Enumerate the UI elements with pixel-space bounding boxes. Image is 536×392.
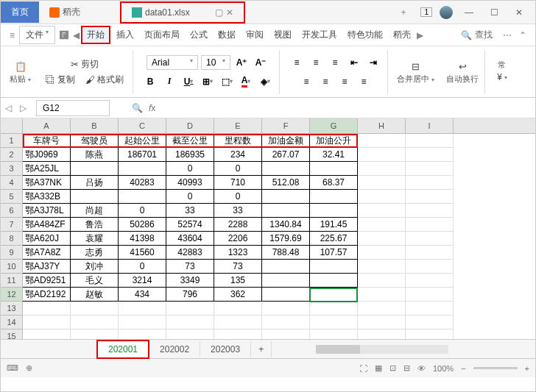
- cell[interactable]: 788.48: [262, 246, 310, 260]
- col-header[interactable]: I: [406, 118, 454, 133]
- cell[interactable]: 刘冲: [71, 260, 119, 274]
- cell[interactable]: 鄂AD9251: [23, 274, 71, 288]
- cell[interactable]: 796: [166, 288, 214, 302]
- cell[interactable]: 362: [214, 288, 262, 302]
- indent-left-button[interactable]: ⇤: [346, 54, 362, 71]
- cell[interactable]: [310, 162, 358, 176]
- cell[interactable]: 鄂AD2192: [23, 288, 71, 302]
- cell[interactable]: [310, 274, 358, 288]
- keyboard-icon[interactable]: ⌨: [7, 363, 18, 373]
- tab-docer[interactable]: 稻壳: [39, 1, 91, 23]
- cell[interactable]: [406, 329, 454, 339]
- cell[interactable]: 0: [166, 190, 214, 204]
- cell[interactable]: [358, 148, 406, 162]
- fullscreen-icon[interactable]: ⛶: [359, 364, 367, 373]
- col-header[interactable]: G: [310, 118, 358, 133]
- view-normal-icon[interactable]: ▦: [375, 363, 382, 373]
- row-header[interactable]: 3: [1, 162, 23, 176]
- cell[interactable]: 0: [214, 162, 262, 176]
- zoom-level[interactable]: 100%: [433, 364, 454, 373]
- cell[interactable]: [119, 329, 166, 339]
- menu-data[interactable]: 数据: [214, 26, 240, 44]
- cell[interactable]: [310, 288, 358, 302]
- cell[interactable]: [358, 162, 406, 176]
- cell[interactable]: [358, 190, 406, 204]
- menu-insert[interactable]: 插入: [112, 26, 138, 44]
- cell[interactable]: [166, 302, 214, 316]
- cell[interactable]: [358, 218, 406, 232]
- cell[interactable]: 鄂A620J: [23, 232, 71, 246]
- horizontal-scrollbar[interactable]: [316, 345, 448, 354]
- col-header[interactable]: F: [262, 118, 310, 133]
- cell[interactable]: [358, 176, 406, 190]
- cell[interactable]: 41560: [119, 246, 166, 260]
- row-header[interactable]: 4: [1, 176, 23, 190]
- cell[interactable]: 里程数: [214, 134, 262, 148]
- collapse-ribbon-icon[interactable]: ⌃: [516, 30, 529, 40]
- cell[interactable]: 32.41: [310, 148, 358, 162]
- cell[interactable]: 107.57: [310, 246, 358, 260]
- col-header[interactable]: C: [119, 118, 166, 133]
- cell[interactable]: [358, 260, 406, 274]
- name-box[interactable]: G12: [36, 100, 110, 116]
- format-painter-button[interactable]: 🖌格式刷: [82, 72, 127, 88]
- avatar[interactable]: [440, 6, 453, 19]
- cell[interactable]: [406, 218, 454, 232]
- sheet-tab-active[interactable]: 202001: [96, 340, 149, 359]
- cell[interactable]: [310, 190, 358, 204]
- zoom-in-button[interactable]: +: [525, 364, 529, 373]
- row-header[interactable]: 2: [1, 148, 23, 162]
- cell[interactable]: 3214: [119, 274, 166, 288]
- cell[interactable]: [262, 302, 310, 316]
- indent-right-button[interactable]: ⇥: [365, 54, 381, 71]
- row-header[interactable]: 7: [1, 218, 23, 232]
- cell[interactable]: 710: [214, 176, 262, 190]
- cell[interactable]: [119, 302, 166, 316]
- cell[interactable]: [71, 302, 119, 316]
- cell[interactable]: 267.07: [262, 148, 310, 162]
- cell[interactable]: 33: [214, 204, 262, 218]
- cell[interactable]: 志勇: [71, 246, 119, 260]
- col-header[interactable]: B: [71, 118, 119, 133]
- zoom-out-button[interactable]: −: [461, 364, 465, 373]
- cell[interactable]: 鄂J0969: [23, 148, 71, 162]
- sheet-tab[interactable]: 202003: [200, 341, 251, 357]
- cell[interactable]: 鄂AJ37Y: [23, 260, 71, 274]
- distribute-button[interactable]: ≡: [356, 74, 372, 90]
- border-button[interactable]: ⊞ ▾: [200, 74, 216, 90]
- row-header[interactable]: 5: [1, 190, 23, 204]
- menu-view[interactable]: 视图: [269, 26, 296, 44]
- cell[interactable]: 225.67: [310, 232, 358, 246]
- cell[interactable]: [71, 329, 119, 339]
- italic-button[interactable]: I: [161, 74, 177, 90]
- cell[interactable]: [358, 329, 406, 339]
- cell[interactable]: [262, 204, 310, 218]
- cell[interactable]: [406, 274, 454, 288]
- cell[interactable]: [166, 316, 214, 329]
- cell[interactable]: 33: [166, 204, 214, 218]
- select-all-corner[interactable]: [1, 118, 23, 133]
- cell[interactable]: 鄂A37NK: [23, 176, 71, 190]
- menu-toggle-icon[interactable]: 🅿: [57, 30, 71, 40]
- cell[interactable]: [262, 260, 310, 274]
- row-header[interactable]: 8: [1, 232, 23, 246]
- new-tab-button[interactable]: +: [393, 7, 413, 18]
- cell[interactable]: 袁耀: [71, 232, 119, 246]
- close-tab-icon[interactable]: ✕: [226, 7, 233, 18]
- font-color-button[interactable]: A ▾: [238, 74, 254, 90]
- expand-left-icon[interactable]: ◀: [73, 30, 80, 40]
- row-header[interactable]: 9: [1, 246, 23, 260]
- cell[interactable]: [406, 148, 454, 162]
- close-button[interactable]: ✕: [510, 7, 528, 18]
- menu-dev[interactable]: 开发工具: [297, 26, 342, 44]
- cell[interactable]: 0: [166, 162, 214, 176]
- cell[interactable]: 加油公升: [310, 134, 358, 148]
- cell[interactable]: 车牌号: [23, 134, 71, 148]
- copy-button[interactable]: ⿻复制: [43, 72, 78, 88]
- cell[interactable]: [406, 162, 454, 176]
- cell[interactable]: [406, 260, 454, 274]
- row-header[interactable]: 13: [1, 302, 23, 316]
- cell[interactable]: [119, 316, 166, 329]
- underline-button[interactable]: U ▾: [180, 74, 197, 90]
- cell[interactable]: 50286: [119, 218, 166, 232]
